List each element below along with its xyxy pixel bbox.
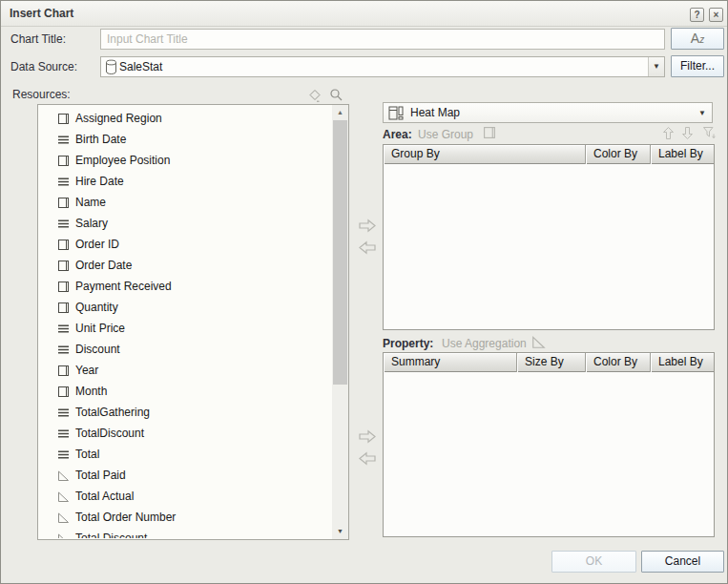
close-button[interactable]: × (709, 8, 723, 22)
list-item-label: Unit Price (75, 322, 125, 335)
list-item[interactable]: Order ID (39, 234, 331, 255)
column-header-label-by: Label By (651, 353, 714, 372)
resources-scrollbar[interactable]: ▲ ▼ (332, 105, 348, 539)
heat-map-icon (388, 106, 404, 123)
resources-label: Resources: (12, 88, 71, 101)
calculated-field-icon (57, 469, 70, 482)
list-item[interactable]: Name (39, 192, 331, 213)
insert-chart-dialog: Insert Chart ? × Chart Title: Az Data So… (0, 0, 728, 584)
area-grid-header: Group By Color By Label By (384, 145, 714, 164)
column-field-icon (57, 365, 70, 377)
property-grid-body (384, 372, 714, 536)
list-item-label: Total Order Number (75, 511, 176, 524)
data-source-label: Data Source: (10, 60, 77, 73)
list-item-label: Year (75, 364, 98, 377)
column-field-icon (57, 260, 70, 272)
data-source-dropdown-button[interactable]: ▼ (648, 57, 664, 76)
chart-title-input[interactable] (100, 29, 665, 50)
list-item[interactable]: Discount (39, 339, 331, 360)
help-button[interactable]: ? (690, 8, 704, 22)
move-left-button-area[interactable] (358, 240, 378, 255)
list-item-label: Total Discount (75, 532, 147, 538)
list-item[interactable]: Assigned Region (39, 108, 331, 129)
calculated-field-icon (57, 532, 70, 539)
resources-list-items: Assigned RegionBirth DateEmployee Positi… (39, 106, 331, 538)
data-source-value: SaleStat (119, 57, 162, 76)
calculated-field-icon (57, 490, 70, 503)
list-item[interactable]: Birth Date (39, 129, 331, 150)
list-field-icon (57, 176, 70, 188)
font-style-button[interactable]: Az (671, 28, 724, 50)
data-source-combobox[interactable]: SaleStat ▼ (100, 56, 665, 77)
list-item-label: Hire Date (75, 175, 124, 188)
calculated-field-icon (57, 511, 70, 524)
ok-button[interactable]: OK (551, 551, 636, 573)
column-field-icon (57, 113, 70, 125)
move-right-button-area[interactable] (358, 219, 378, 233)
area-grid: Group By Color By Label By (383, 144, 715, 330)
list-item[interactable]: Total Actual (39, 486, 331, 507)
scroll-up-icon[interactable]: ▲ (332, 105, 348, 120)
list-item[interactable]: Salary (39, 213, 331, 234)
property-label: Property: (383, 337, 433, 350)
list-item[interactable]: TotalDiscount (39, 423, 331, 444)
list-item[interactable]: Employee Position (39, 150, 331, 171)
list-item-label: Name (75, 196, 106, 209)
area-label: Area: (383, 128, 412, 141)
list-item-label: Order Date (75, 259, 132, 272)
list-item[interactable]: Order Date (39, 255, 331, 276)
property-grid: Summary Size By Color By Label By (383, 352, 715, 537)
list-item[interactable]: Total (39, 444, 331, 465)
move-left-button-property[interactable] (358, 451, 378, 466)
use-aggregation-icon[interactable] (531, 335, 545, 348)
chevron-down-icon: ▼ (698, 103, 706, 123)
list-item[interactable]: Total Order Number (39, 507, 331, 528)
list-item[interactable]: Total Paid (39, 465, 331, 486)
list-item[interactable]: Total Discount (39, 528, 331, 538)
list-item[interactable]: Quantity (39, 297, 331, 318)
move-right-button-property[interactable] (358, 429, 378, 444)
use-aggregation-label: Use Aggregation (442, 337, 527, 350)
list-field-icon (57, 218, 70, 230)
list-item[interactable]: Payment Received (39, 276, 331, 297)
filter-sort-icon[interactable] (702, 126, 716, 141)
chevron-down-icon: ▼ (653, 62, 660, 71)
cancel-button[interactable]: Cancel (641, 551, 724, 573)
list-item[interactable]: TotalGathering (39, 402, 331, 423)
column-header-size-by: Size By (517, 353, 586, 372)
list-field-icon (57, 428, 70, 440)
list-item[interactable]: Unit Price (39, 318, 331, 339)
scroll-down-icon[interactable]: ▼ (332, 524, 348, 539)
column-header-summary: Summary (384, 353, 517, 372)
font-style-icon: Az (672, 29, 723, 50)
scrollbar-thumb[interactable] (333, 120, 347, 385)
list-item[interactable]: Hire Date (39, 171, 331, 192)
move-down-icon[interactable] (681, 126, 695, 141)
chart-title-label: Chart Title: (10, 32, 66, 46)
move-up-icon[interactable] (662, 126, 676, 141)
cancel-button-label: Cancel (665, 554, 700, 568)
dialog-titlebar[interactable]: Insert Chart (1, 1, 727, 27)
ok-button-label: OK (586, 554, 602, 568)
area-grid-body (384, 164, 714, 329)
column-field-icon (57, 239, 70, 251)
list-item[interactable]: Year (39, 360, 331, 381)
use-group-checkbox[interactable] (483, 126, 496, 139)
column-header-color-by: Color By (586, 145, 651, 164)
list-field-icon (57, 407, 70, 419)
help-icon: ? (694, 10, 699, 20)
chart-type-combobox[interactable]: Heat Map ▼ (383, 102, 713, 123)
filter-button-label: Filter... (680, 59, 715, 73)
list-field-icon (57, 448, 70, 461)
property-grid-header: Summary Size By Color By Label By (384, 353, 714, 372)
list-item[interactable]: Month (39, 381, 331, 402)
filter-button[interactable]: Filter... (671, 55, 724, 77)
search-icon[interactable] (329, 88, 343, 105)
list-field-icon (57, 323, 70, 335)
list-item-label: Quantity (75, 301, 118, 314)
list-item-label: Assigned Region (75, 112, 162, 125)
database-icon (105, 59, 117, 78)
list-item-label: TotalDiscount (75, 427, 144, 440)
list-item-label: Total Actual (75, 490, 134, 503)
column-field-icon (57, 281, 70, 293)
